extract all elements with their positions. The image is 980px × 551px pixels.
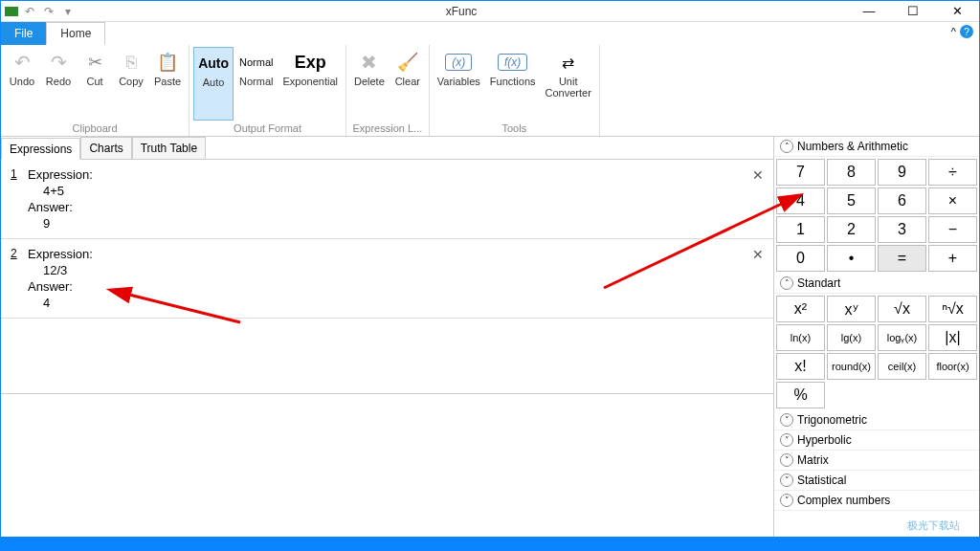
key-|x|[interactable]: |x|	[928, 324, 977, 351]
ribbon: ↶Undo ↷Redo ✂Cut ⎘Copy 📋Paste Clipboard …	[1, 45, 979, 137]
variables-button[interactable]: (x)Variables	[434, 47, 484, 121]
side-panel: ˄Numbers & Arithmetic 789÷456×123−0•=+ ˄…	[774, 137, 979, 537]
maximize-button[interactable]: ☐	[891, 1, 935, 22]
cat-matrix-header[interactable]: ˅Matrix	[774, 451, 979, 471]
cat-complex-header[interactable]: ˅Complex numbers	[774, 491, 979, 511]
paste-button[interactable]: 📋Paste	[150, 47, 185, 121]
standart-keypad: x²xʸ√xⁿ√xln(x)lg(x)logᵧ(x)|x|x!round(x)c…	[774, 294, 979, 410]
cat-hyperbolic-header[interactable]: ˅Hyperbolic	[774, 430, 979, 451]
chevron-down-icon: ˅	[780, 433, 793, 447]
cut-button[interactable]: ✂Cut	[78, 47, 112, 121]
scissors-icon: ✂	[88, 51, 102, 74]
converter-icon: ⇄	[562, 51, 574, 74]
subtabs: Expressions Charts Truth Table	[1, 137, 773, 160]
group-output-label: Output Format	[193, 121, 342, 136]
answer-label: Answer:	[28, 200, 745, 214]
delete-button[interactable]: ✖Delete	[350, 47, 389, 121]
key-xʸ[interactable]: xʸ	[827, 296, 876, 322]
key-−[interactable]: −	[928, 216, 977, 243]
key-7[interactable]: 7	[776, 159, 825, 186]
expression-list: 1 Expression: 4+5 Answer: 9 ✕ 2 Expressi…	[1, 160, 773, 393]
help-icon[interactable]: ?	[960, 25, 973, 38]
key-2[interactable]: 2	[827, 216, 876, 243]
close-button[interactable]: ✕	[935, 1, 979, 22]
key-+[interactable]: +	[928, 245, 977, 272]
key-0[interactable]: 0	[776, 245, 825, 272]
functions-button[interactable]: f(x)Functions	[486, 47, 540, 121]
remove-item-button[interactable]: ✕	[752, 167, 764, 183]
key-logᵧ(x)[interactable]: logᵧ(x)	[878, 324, 926, 351]
chevron-down-icon: ˅	[780, 474, 793, 487]
format-auto-button[interactable]: AutoAuto	[193, 47, 234, 121]
collapse-ribbon-icon[interactable]: ^	[951, 26, 956, 37]
chevron-down-icon: ˅	[780, 453, 793, 467]
key-1[interactable]: 1	[776, 216, 825, 243]
chevron-up-icon: ˄	[780, 140, 793, 153]
redo-button[interactable]: ↷Redo	[41, 47, 76, 121]
key-÷[interactable]: ÷	[928, 159, 977, 186]
key-ⁿ√x[interactable]: ⁿ√x	[928, 296, 977, 322]
paste-icon: 📋	[157, 51, 178, 74]
key-ceil(x)[interactable]: ceil(x)	[878, 353, 926, 380]
key-floor(x)[interactable]: floor(x)	[928, 353, 977, 380]
subtab-expressions[interactable]: Expressions	[1, 138, 80, 160]
key-round(x)[interactable]: round(x)	[827, 353, 876, 380]
key-3[interactable]: 3	[878, 216, 926, 243]
expression-item[interactable]: 1 Expression: 4+5 Answer: 9 ✕	[1, 160, 773, 239]
undo-button[interactable]: ↶Undo	[5, 47, 39, 121]
window-title: xFunc	[76, 5, 847, 18]
watermark: 极光下载站	[907, 518, 960, 533]
clear-button[interactable]: 🧹Clear	[390, 47, 425, 121]
key-•[interactable]: •	[827, 245, 876, 272]
expression-value: 12/3	[43, 263, 745, 277]
key-4[interactable]: 4	[776, 187, 825, 214]
variables-icon: (x)	[445, 51, 472, 74]
key-%[interactable]: %	[776, 382, 825, 408]
key-x![interactable]: x!	[776, 353, 825, 380]
item-index: 1	[11, 167, 17, 181]
qat-undo[interactable]: ↶	[22, 4, 37, 19]
tab-home[interactable]: Home	[46, 22, 105, 45]
expression-label: Expression:	[28, 167, 745, 182]
minimize-button[interactable]: —	[847, 1, 891, 22]
key-6[interactable]: 6	[878, 187, 926, 214]
copy-button[interactable]: ⎘Copy	[114, 47, 148, 121]
functions-icon: f(x)	[498, 51, 527, 74]
subtab-charts[interactable]: Charts	[80, 137, 131, 159]
cat-statistical-header[interactable]: ˅Statistical	[774, 471, 979, 491]
chevron-down-icon: ˅	[780, 413, 793, 427]
cat-trig-header[interactable]: ˅Trigonometric	[774, 410, 979, 430]
key-x²[interactable]: x²	[776, 296, 825, 322]
cat-standart-header[interactable]: ˄Standart	[774, 274, 979, 294]
format-exponential-button[interactable]: ExpExponential	[278, 47, 342, 121]
qat-redo[interactable]: ↷	[41, 4, 56, 19]
expression-value: 4+5	[43, 184, 745, 198]
format-normal-button[interactable]: NormalNormal	[235, 47, 277, 121]
key-lg(x)[interactable]: lg(x)	[827, 324, 876, 351]
cat-numbers-header[interactable]: ˄Numbers & Arithmetic	[774, 137, 979, 157]
menu-tabs: File Home ^ ?	[1, 22, 979, 45]
qat-dropdown[interactable]: ▾	[60, 4, 76, 19]
key-8[interactable]: 8	[827, 159, 876, 186]
group-clipboard-label: Clipboard	[5, 121, 185, 136]
subtab-truth-table[interactable]: Truth Table	[132, 137, 206, 159]
titlebar: ↶ ↷ ▾ xFunc — ☐ ✕	[1, 1, 979, 22]
broom-icon: 🧹	[397, 51, 418, 74]
expression-item[interactable]: 2 Expression: 12/3 Answer: 4 ✕	[1, 239, 773, 319]
numbers-keypad: 789÷456×123−0•=+	[774, 157, 979, 274]
key-=[interactable]: =	[878, 245, 926, 272]
key-√x[interactable]: √x	[878, 296, 926, 322]
input-pane[interactable]	[1, 393, 773, 537]
tab-file[interactable]: File	[1, 22, 46, 45]
group-exprlist-label: Expression L...	[350, 121, 425, 136]
key-9[interactable]: 9	[878, 159, 926, 186]
remove-item-button[interactable]: ✕	[752, 247, 764, 262]
item-index: 2	[11, 247, 17, 260]
key-5[interactable]: 5	[827, 187, 876, 214]
unit-converter-button[interactable]: ⇄Unit Converter	[542, 47, 595, 121]
expression-label: Expression:	[28, 247, 745, 261]
group-tools-label: Tools	[434, 121, 595, 136]
statusbar	[1, 537, 979, 550]
key-×[interactable]: ×	[928, 187, 977, 214]
key-ln(x)[interactable]: ln(x)	[776, 324, 825, 351]
